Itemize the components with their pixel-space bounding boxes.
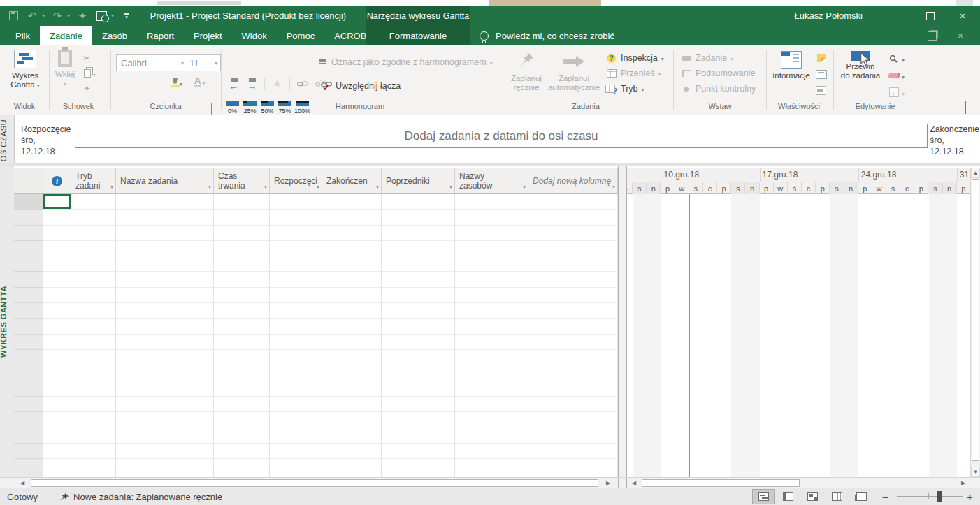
table-cell[interactable] [270,226,322,241]
table-cell[interactable] [116,427,214,443]
table-cell[interactable] [322,412,382,427]
paste-button[interactable]: Wklej [52,50,78,89]
table-cell[interactable] [382,365,455,381]
table-cell[interactable] [322,241,382,256]
fill-down-icon[interactable]: ↓ [888,87,900,98]
customize-qat-icon[interactable]: ▾ [120,10,133,22]
gantt-day-cell[interactable]: p [717,182,731,194]
close-document-icon[interactable]: × [958,26,963,45]
table-cell[interactable] [116,241,214,256]
table-cell[interactable] [528,226,618,241]
row-header[interactable] [14,350,43,365]
table-cell[interactable] [270,397,322,412]
table-cell[interactable] [455,350,528,365]
tab-projekt[interactable]: Projekt [184,26,231,45]
timeline-pane[interactable]: OŚ CZASU Rozpoczęcieśro, 12.12.18 Dodaj … [0,115,980,166]
gantt-day-cell[interactable]: c [802,182,816,194]
zoom-slider-thumb[interactable] [937,491,942,502]
font-dialog-launcher[interactable] [211,103,212,115]
row-header[interactable] [14,335,43,350]
pane-splitter[interactable] [618,166,627,477]
table-cell[interactable] [214,427,270,443]
table-cell[interactable] [528,272,618,287]
table-cell[interactable] [71,444,116,459]
undo-icon[interactable]: ↶ [26,10,38,22]
row-header[interactable] [14,210,43,225]
table-cell[interactable] [214,319,270,334]
table-cell[interactable] [322,194,382,210]
table-select-all-corner[interactable] [14,168,43,193]
percent-75-button[interactable]: 75% [278,101,292,115]
table-cell[interactable] [382,444,455,459]
table-cell[interactable] [116,256,214,272]
table-cell[interactable] [455,459,528,474]
table-cell[interactable] [43,381,71,397]
gantt-day-cell[interactable]: p [914,182,928,194]
table-cell[interactable] [43,288,71,303]
table-cell[interactable] [322,335,382,350]
percent-100-button[interactable]: 100% [295,101,310,115]
row-header[interactable] [14,397,43,412]
table-cell[interactable] [455,444,528,459]
column-dropdown-caret-icon[interactable]: ▾ [264,184,267,190]
percent-25-button[interactable]: 25% [243,101,257,115]
table-cell[interactable] [116,272,214,287]
table-cell[interactable] [43,350,71,365]
table-cell[interactable] [214,335,270,350]
tell-me-box[interactable]: Powiedz mi, co chcesz zrobić [480,26,614,45]
table-cell[interactable] [455,303,528,319]
table-cell[interactable] [214,365,270,381]
outdent-task-icon[interactable]: ← [228,78,240,89]
table-cell[interactable] [455,412,528,427]
gantt-day-cell[interactable]: ś [689,182,703,194]
table-cell[interactable] [214,241,270,256]
restore-window-icon[interactable] [928,31,937,41]
table-cell[interactable] [43,303,71,319]
table-cell[interactable] [382,241,455,256]
table-cell[interactable] [270,194,322,210]
table-cell[interactable] [116,365,214,381]
splitter-stub[interactable] [618,478,627,488]
table-cell[interactable] [43,427,71,443]
table-cell[interactable] [270,444,322,459]
maximize-button[interactable] [914,6,946,26]
table-cell[interactable] [382,319,455,334]
insert-task-button[interactable]: Zadanie [680,52,733,64]
table-cell[interactable] [71,241,116,256]
row-header[interactable] [14,444,43,459]
manually-schedule-button[interactable]: Zaplanuj ręcznie [505,51,548,92]
table-cell[interactable] [528,412,618,427]
column-dropdown-caret-icon[interactable]: ▾ [110,184,113,190]
table-cell[interactable] [322,303,382,319]
row-header[interactable] [14,194,43,210]
table-cell[interactable] [214,226,270,241]
table-cell[interactable] [455,427,528,443]
table-cell[interactable] [322,381,382,397]
table-cell[interactable] [71,256,116,272]
gantt-day-cell[interactable]: p [816,182,830,194]
table-cell[interactable] [270,303,322,319]
column-dropdown-caret-icon[interactable]: ▾ [317,184,319,190]
scroll-down-arrow[interactable]: ▼ [971,467,980,477]
link-tasks-icon[interactable] [296,78,308,89]
table-cell[interactable] [455,272,528,287]
table-cell[interactable] [270,335,322,350]
gantt-timescale-header[interactable]: 10.gru.1817.gru.1824.gru.1831. psnpwścps… [627,168,970,194]
column-header-rozpoczecie[interactable]: Rozpoczęci▾ [270,168,322,193]
table-cell[interactable] [214,256,270,272]
table-cell[interactable] [71,226,116,241]
tab-zadanie[interactable]: Zadanie [40,26,92,45]
table-cell[interactable] [455,397,528,412]
table-cell[interactable] [322,444,382,459]
table-cell[interactable] [71,288,116,303]
selected-cell[interactable] [43,194,71,210]
gantt-day-cell[interactable]: ś [788,182,802,194]
table-cell[interactable] [43,444,71,459]
table-cell[interactable] [270,427,322,443]
table-cell[interactable] [71,319,116,334]
table-cell[interactable] [528,397,618,412]
gantt-day-cell[interactable]: p [760,182,774,194]
table-cell[interactable] [270,412,322,427]
table-cell[interactable] [382,288,455,303]
cut-icon[interactable]: ✂ [81,52,93,64]
